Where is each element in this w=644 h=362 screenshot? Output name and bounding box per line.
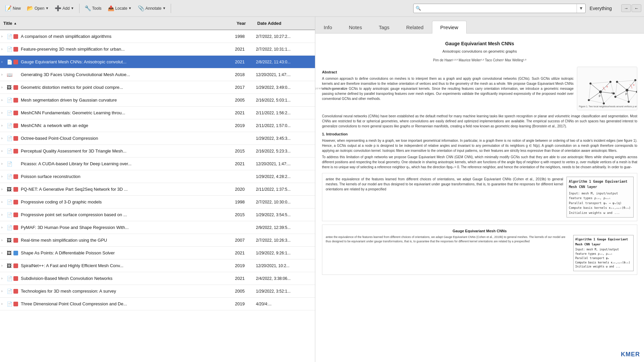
entry-date: 2/11/2022, 1:56:2... <box>253 111 314 115</box>
entry-type-icon: 📄 <box>7 59 13 65</box>
expand-button[interactable]: › <box>1 162 7 166</box>
entry-year: 2019 <box>226 263 253 268</box>
entry-year: 2015 <box>226 212 253 217</box>
table-row[interactable]: › 🖼 Shape As Points: A Differentiable Po… <box>0 247 315 259</box>
expand-button[interactable]: › <box>1 111 7 115</box>
tab-tags[interactable]: Tags <box>370 21 398 34</box>
expand-button[interactable]: › <box>1 60 7 64</box>
expand-button[interactable]: › <box>1 98 7 102</box>
search-area: 🔍 ▼ Everything <box>413 4 614 13</box>
table-row[interactable]: › 📄 PyMAF: 3D Human Pose and Shape Regre… <box>0 221 315 234</box>
date-column-header[interactable]: Date Added <box>255 21 315 26</box>
color-dot <box>13 98 18 103</box>
expand-button[interactable]: › <box>1 175 7 178</box>
table-row[interactable]: › 📄 Progressive coding of 3-D graphic mo… <box>0 196 315 208</box>
expand-button[interactable]: › <box>1 85 7 89</box>
entry-type-icon: 📄 <box>7 225 13 230</box>
expand-button[interactable]: › <box>1 35 7 38</box>
entry-year: 2007 <box>226 238 253 243</box>
tab-notes[interactable]: Notes <box>340 21 370 34</box>
entry-year: 2017 <box>226 85 253 90</box>
table-row[interactable]: › 📄 Feature-preserving 3D mesh simplific… <box>0 43 315 56</box>
svg-text:q: q <box>611 91 613 94</box>
expand-button[interactable]: › <box>1 187 7 191</box>
entry-title: Shape As Points: A Differentiable Poisso… <box>19 250 226 255</box>
entry-title: Technologies for 3D mesh compression: A … <box>19 289 226 294</box>
table-row[interactable]: › 🖼 PQ-NET: A Generative Part Seq2Seq Ne… <box>0 183 315 196</box>
entry-year: 2021 <box>226 110 253 115</box>
table-row[interactable]: › 📄 Subdivision-Based Mesh Convolution N… <box>0 272 315 285</box>
nav-forward-button[interactable]: → <box>621 4 631 12</box>
entry-date: 2/7/2022, 10:31:1... <box>253 47 314 52</box>
title-column-header[interactable]: Title ▲ <box>0 21 228 26</box>
abstract-text: A common approach to define convolutions… <box>322 76 574 101</box>
add-label: Add <box>62 6 69 11</box>
entry-year: 1998 <box>226 34 253 39</box>
expand-button[interactable]: › <box>1 251 7 255</box>
expand-button[interactable]: › <box>1 277 7 280</box>
expand-button[interactable]: › <box>1 149 7 153</box>
annotate-button[interactable]: 📎 Annotate ▼ <box>136 3 168 13</box>
search-filter-dropdown[interactable]: ▼ <box>577 4 585 13</box>
expand-button[interactable]: › <box>1 213 7 217</box>
entry-title: Real-time mesh simplification using the … <box>19 238 226 243</box>
table-row[interactable]: › 📄 MeshCNN Fundamentals: Geometric Lear… <box>0 107 315 119</box>
table-row[interactable]: › 📄 Progressive point set surface compre… <box>0 208 315 221</box>
table-row[interactable]: › 📄 Mesh segmentation driven by Gaussian… <box>0 94 315 107</box>
table-row[interactable]: › 📄 Poisson surface reconstruction 1/29/… <box>0 170 315 183</box>
table-row[interactable]: › 📄 Technologies for 3D mesh compression… <box>0 285 315 298</box>
table-row[interactable]: › 🖼 SpiralNet++: A Fast and Highly Effic… <box>0 259 315 272</box>
expand-button[interactable]: › <box>1 302 7 306</box>
color-dot <box>13 251 18 255</box>
expand-button[interactable]: › <box>1 226 7 229</box>
color-dot <box>13 136 18 141</box>
entry-title: A comparison of mesh simplification algo… <box>19 34 226 39</box>
add-button[interactable]: ➕ Add ▼ <box>52 3 76 13</box>
expand-button[interactable]: › <box>1 264 7 267</box>
open-button[interactable]: 📂 Open ▼ <box>24 3 51 13</box>
entry-year: 2021 <box>226 250 253 255</box>
table-row[interactable]: › 📖 Generating 3D Faces Using Convolutio… <box>0 68 315 81</box>
expand-button[interactable]: › <box>1 200 7 204</box>
entry-list[interactable]: › 📄 A comparison of mesh simplification … <box>0 30 315 362</box>
algo-text: Input: mesh M, input/output feature type… <box>569 191 631 215</box>
abstract-section-label: Abstract <box>322 69 574 75</box>
table-row[interactable]: › 📄 A comparison of mesh simplification … <box>0 30 315 43</box>
entry-year: 2021 <box>226 161 253 166</box>
expand-button[interactable]: › <box>1 47 7 51</box>
new-button[interactable]: 📝 New <box>3 3 23 13</box>
locate-button[interactable]: 📤 Locate ▼ <box>105 3 134 13</box>
table-row[interactable]: › 🖼 Geometric distortion metrics for poi… <box>0 81 315 94</box>
search-input[interactable] <box>423 6 577 11</box>
tab-preview[interactable]: Preview <box>432 21 467 34</box>
table-row[interactable]: › 🖼 Real-time mesh simplification using … <box>0 234 315 247</box>
color-dot <box>13 187 18 192</box>
expand-button[interactable]: › <box>1 73 7 76</box>
tools-button[interactable]: 🔧 Tools <box>82 3 104 13</box>
sort-arrow: ▲ <box>14 21 17 25</box>
nav-back-button[interactable]: ← <box>632 4 641 12</box>
entry-date: 1/29/2022, 9:26:1... <box>253 251 314 255</box>
expand-button[interactable]: › <box>1 289 7 293</box>
expand-button[interactable]: › <box>1 238 7 242</box>
paper-subtitle: Anisotropic convolutions on geometric gr… <box>322 49 637 54</box>
table-row[interactable]: › 📄 Octree-based Point-Cloud Compression… <box>0 132 315 145</box>
expand-button[interactable]: › <box>1 124 7 127</box>
table-row[interactable]: › 📄 MeshCNN: a network with an edge 2019… <box>0 119 315 132</box>
entry-date: 2/4/2022, 3:38:06... <box>253 276 314 281</box>
second-page-text: antee the equivalence of the features le… <box>326 235 571 271</box>
entry-type-icon: 📖 <box>7 72 13 77</box>
algorithm-box: Algorithm 1 Gauge Equivariant Mesh CNN l… <box>567 177 634 218</box>
table-row[interactable]: › 📄 Perceptual Quality Assessment for 3D… <box>0 145 315 158</box>
entry-title: Poisson surface reconstruction <box>19 174 226 179</box>
tab-related[interactable]: Related <box>398 21 432 34</box>
svg-text:Figure 1. Two local neighbourh: Figure 1. Two local neighbourhoods aroun… <box>579 105 637 108</box>
table-row[interactable]: › 📄 Three Dimensional Point Cloud Compre… <box>0 298 315 310</box>
year-column-header[interactable]: Year <box>228 21 255 26</box>
entry-title: MeshCNN: a network with an edge <box>19 123 226 128</box>
table-row[interactable]: › 📄 Picasso: A CUDA-based Library for De… <box>0 158 315 170</box>
tab-info[interactable]: Info <box>315 21 340 34</box>
table-row[interactable]: › 📄 Gauge Equivariant Mesh CNNs: Anisotr… <box>0 56 315 68</box>
locate-icon: 📤 <box>108 5 114 11</box>
expand-button[interactable]: › <box>1 136 7 140</box>
